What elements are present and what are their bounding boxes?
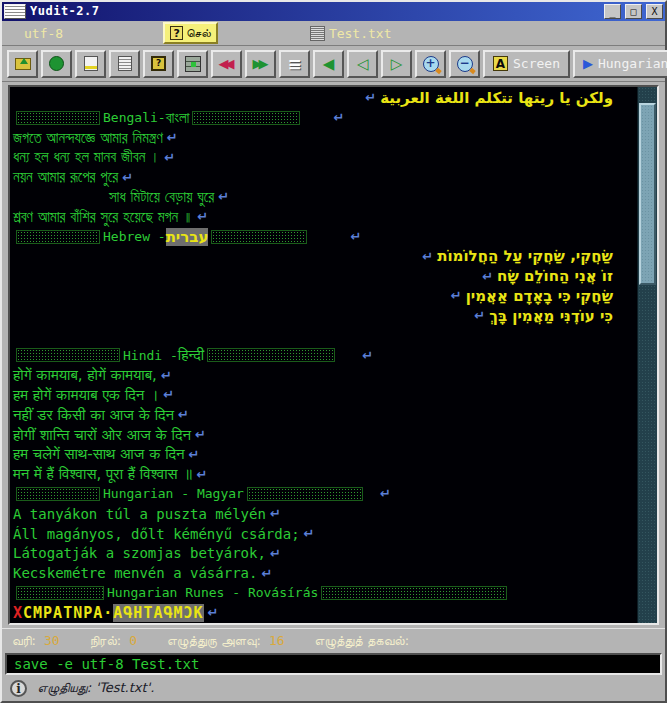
maximize-button[interactable]: □ — [625, 4, 642, 19]
heading-latin: Hungarian - Magyar — [103, 486, 244, 501]
arabic-line: ولكن يا ريتها تتكلم اللغة العربية ↵ — [13, 88, 637, 108]
hindi-line: होगीं शान्ति चारों ओर आज के दिन↵ — [13, 425, 637, 445]
status-message: எழுதியது: 'Test.txt'. — [37, 680, 154, 696]
newline-arrow-icon: ↵ — [329, 110, 348, 125]
hungarian-text: A tanyákon túl a puszta mélyén — [13, 506, 266, 522]
undo-button[interactable]: ◀◀ — [211, 50, 242, 78]
back-triangle-icon: ◀ — [323, 55, 335, 73]
hebrew-heading: Hebrew - עברית ↵ — [13, 227, 637, 247]
newline-arrow-icon: ↵ — [185, 447, 204, 462]
bengali-text: জগতে আনন্দযজ্ঞে আমার নিমন্ত্রণ — [13, 129, 163, 147]
newline-arrow-icon: ↵ — [257, 566, 276, 581]
zoom-out-button[interactable]: − — [449, 50, 480, 78]
input-language-label: Hungarian — [598, 56, 667, 71]
open-file-icon — [15, 58, 31, 70]
blank-line — [13, 326, 637, 346]
hebrew-line: זוֹ אֲנִי הַחוֹלֵם שָׂח↵ — [13, 266, 637, 286]
tab-title: Test.txt — [329, 26, 392, 41]
help-icon: ? — [170, 26, 183, 40]
window-menu-icon[interactable] — [4, 4, 26, 19]
newline-arrow-icon: ↵ — [361, 90, 380, 105]
arabic-text: ولكن يا ريتها تتكلم اللغة العربية — [380, 89, 613, 107]
fontsize-label: எழுத்துரு அளவு: — [167, 633, 261, 649]
tab-testtxt[interactable]: Test.txt — [310, 26, 392, 41]
newline-arrow-icon: ↵ — [118, 170, 137, 185]
hindi-text: नहीं डर किसी का आज के दिन — [13, 406, 174, 424]
text-editor[interactable]: ولكن يا ريتها تتكلم اللغة العربية ↵ Beng… — [8, 85, 659, 625]
close-button[interactable]: X — [646, 4, 663, 19]
save-button[interactable] — [75, 50, 106, 78]
hindi-text: होगीं शान्ति चारों ओर आज के दिन — [13, 426, 191, 444]
charinfo-label: எழுத்துத் தகவல்: — [315, 633, 410, 649]
bengali-text: সাধ মিটায়ে বেড়ায় ঘুরে — [109, 188, 214, 206]
stipple-block — [16, 111, 100, 125]
save-document-icon — [84, 56, 98, 71]
hungarian-heading: Hungarian - Magyar ↵ — [13, 484, 637, 504]
newline-arrow-icon: ↵ — [470, 308, 489, 323]
newline-arrow-icon: ↵ — [193, 209, 212, 224]
bengali-text: ধন্য হল ধন্য হল মানব জীবন । — [13, 148, 160, 166]
record-icon — [49, 56, 64, 71]
heading-latin: Hebrew - — [103, 229, 166, 244]
hindi-line: मन में हैं विश्वास, पूरा हैं विश्वास ॥↵ — [13, 464, 637, 484]
hungarian-text: Kecskemétre menvén a vásárra. — [13, 565, 257, 581]
status-bar: வரி: 30 நிரல்: 0 எழுத்துரு அளவு: 16 எழுத… — [2, 628, 665, 654]
newline-arrow-icon: ↵ — [160, 150, 179, 165]
nav-prev-button[interactable]: ◁ — [347, 50, 378, 78]
scrollbar-thumb[interactable] — [639, 103, 656, 285]
font-config-icon: ? — [151, 56, 166, 71]
fontsize-value: 16 — [269, 633, 285, 648]
bengali-line: নয়ন আমার রূপের পুরে↵ — [13, 167, 637, 187]
stipple-block — [16, 348, 120, 362]
command-text: save -e utf-8 Test.txt — [14, 656, 199, 672]
command-line-input[interactable]: save -e utf-8 Test.txt — [5, 653, 662, 675]
heading-latin: Bengali- — [103, 110, 166, 125]
vertical-scrollbar[interactable] — [637, 87, 657, 623]
toolbar: ? ◀◀ ▶▶ ≡ ◀ ◁ ▷ + − A Screen ▶ Hungarian — [2, 46, 665, 82]
line-label: வரி: — [12, 633, 36, 649]
hebrew-text: זוֹ אֲנִי הַחוֹלֵם שָׂח — [497, 267, 613, 285]
nav-back-button[interactable]: ◀ — [313, 50, 344, 78]
open-file-button[interactable] — [7, 50, 38, 78]
newline-arrow-icon: ↵ — [478, 269, 497, 284]
heading-native: বাংলা — [166, 109, 190, 127]
undo-icon: ◀◀ — [219, 56, 235, 71]
bengali-line: ধন্য হল ধন্য হল মানব জীবন ।↵ — [13, 147, 637, 167]
hungarian-text: Látogatják a szomjas betyárok, — [13, 545, 266, 561]
window-title: Yudit-2.7 — [30, 4, 600, 18]
hindi-text: मन में हैं विश्वास, पूरा हैं विश्वास ॥ — [13, 465, 192, 483]
newline-arrow-icon: ↵ — [418, 249, 437, 264]
newline-arrow-icon: ↵ — [346, 229, 365, 244]
titlebar: Yudit-2.7 _ □ X — [2, 2, 665, 21]
print-button[interactable] — [109, 50, 140, 78]
yudit-window: Yudit-2.7 _ □ X utf-8 ? செல் Test.txt ? … — [0, 0, 667, 703]
zoom-in-button[interactable]: + — [415, 50, 446, 78]
prev-triangle-icon: ◁ — [357, 55, 369, 73]
stipple-block — [207, 348, 335, 362]
column-label: நிரல்: — [90, 633, 122, 649]
next-triangle-icon: ▷ — [391, 55, 403, 73]
newline-arrow-icon: ↵ — [447, 288, 466, 303]
nav-next-button[interactable]: ▷ — [381, 50, 412, 78]
hebrew-line: שַׂחֲקִי, שַׂחֲקִי עַל הַחֲלוֹמוֹת↵ — [13, 246, 637, 266]
screen-font-label: Screen — [513, 56, 560, 71]
hindi-text: हम चलेगें साथ-साथ आज क दिन — [13, 445, 185, 463]
go-button[interactable]: ? செல் — [163, 22, 218, 44]
hindi-text: हम होगें कामयाब एक दिन । — [13, 386, 159, 404]
record-button[interactable] — [41, 50, 72, 78]
redo-button[interactable]: ▶▶ — [245, 50, 276, 78]
newline-arrow-icon: ↵ — [266, 506, 285, 521]
minimize-button[interactable]: _ — [604, 4, 621, 19]
arrange-button[interactable]: ≡ — [279, 50, 310, 78]
document-grid-icon — [310, 26, 325, 41]
heading-latin: Hungarian Runes - Rovásírás — [107, 585, 318, 600]
screen-font-button[interactable]: A Screen — [483, 50, 570, 78]
bengali-line: সাধ মিটায়ে বেড়ায় ঘুরে↵ — [13, 187, 637, 207]
font-A-icon: A — [493, 56, 508, 71]
input-language-button[interactable]: ▶ Hungarian — [573, 50, 667, 78]
hindi-line: नहीं डर किसी का आज के दिन↵ — [13, 405, 637, 425]
hebrew-line: כִּי עוֹדֶנִּי מַאֲמִין בָּךְ↵ — [13, 306, 637, 326]
charmap-button[interactable] — [177, 50, 208, 78]
stipple-block — [16, 230, 100, 244]
font-config-button[interactable]: ? — [143, 50, 174, 78]
